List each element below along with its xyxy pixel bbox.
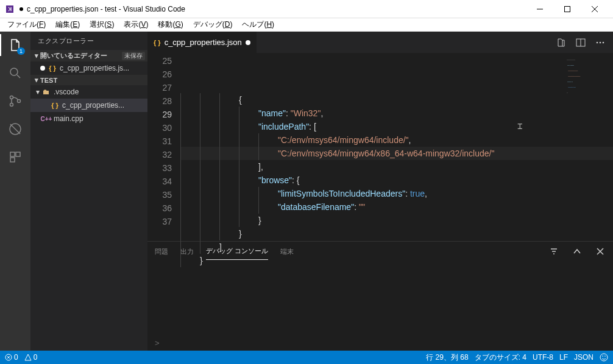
maximize-button[interactable] [553,1,581,18]
debug-console-input[interactable]: > [147,335,613,351]
panel-body [147,261,613,335]
status-eol[interactable]: LF [559,353,568,362]
svg-point-14 [600,354,608,361]
vscode-icon [5,4,15,14]
menu-f[interactable]: ファイル(F) [2,18,51,31]
svg-point-10 [597,41,598,43]
svg-point-12 [603,41,604,43]
item-label: main.cpp [54,114,83,123]
activitybar: 1 [0,32,30,351]
editor-body[interactable]: 25262728293031323334353637 ▬▬▬▬▬▬▬ ▬▬ ▬▬… [147,53,613,241]
menubar: ファイル(F)編集(E)選択(S)表示(V)移動(G)デバッグ(D)ヘルプ(H) [0,18,613,32]
tabs: { } c_cpp_properties.json [147,32,613,53]
close-button[interactable] [581,1,608,18]
braces-icon: { } [51,102,58,109]
smiley-icon [600,353,608,362]
status-errors[interactable]: 0 [5,353,18,362]
activity-search[interactable] [7,65,24,82]
dirty-dot [19,7,23,11]
text-cursor-icon: ⌶ [517,121,522,131]
menu-d[interactable]: デバッグ(D) [188,18,238,31]
tabs-actions [556,32,613,53]
menu-e[interactable]: 編集(E) [51,18,85,31]
workspace-header[interactable]: ▾ TEST [30,75,147,85]
panel-tab-0[interactable]: 問題 [155,243,168,260]
status-warnings[interactable]: 0 [24,353,38,362]
cpp-icon: C++ [41,116,52,122]
svg-point-1 [10,68,18,75]
minimize-button[interactable] [526,1,553,18]
item-label: c_cpp_properties... [62,101,124,110]
unsaved-tag: 未保存 [122,52,145,60]
folder-icon: 🖿 [41,88,51,96]
explorer-badge: 1 [17,47,25,55]
main: 1 エクスプローラー ▾ 開いているエディター 未保存 { }c_cpp_pro… [0,32,613,351]
line-gutter: 25262728293031323334353637 [147,53,180,241]
titlebar: c_cpp_properties.json - test - Visual St… [0,0,613,18]
statusbar: 0 0 行 29、列 68 タブのサイズ: 4 UTF-8 LF JSON [0,351,613,364]
activity-extensions[interactable] [7,149,24,166]
error-icon [5,354,12,361]
sidebar: エクスプローラー ▾ 開いているエディター 未保存 { }c_cpp_prope… [30,32,147,351]
svg-point-4 [18,100,21,103]
window-controls [526,1,608,18]
more-actions-icon[interactable] [595,37,606,48]
code-content[interactable]: ▬▬▬▬▬▬▬ ▬▬ ▬▬▬ ▬▬▬▬▬▬▬▬ ▬▬▬▬▬▬▬▬▬▬ ▬▬▬ ▬… [180,53,613,241]
activity-scm[interactable] [7,93,24,110]
braces-icon: { } [49,65,56,72]
chevron-down-icon: ▾ [33,76,40,84]
status-encoding[interactable]: UTF-8 [533,353,553,362]
sidebar-title: エクスプローラー [30,32,147,50]
folder-item[interactable]: ▾🖿.vscode [30,85,147,99]
file-name: c_cpp_properties.js... [60,64,129,72]
activity-debug[interactable] [7,121,24,138]
file-item[interactable]: C++main.cpp [30,112,147,125]
window-title: c_cpp_properties.json - test - Visual St… [27,5,526,13]
menu-s[interactable]: 選択(S) [85,18,119,31]
svg-point-15 [602,355,603,357]
chevron-down-icon: ▾ [34,88,41,96]
tab-c-cpp-properties[interactable]: { } c_cpp_properties.json [147,32,257,53]
svg-rect-7 [16,152,20,156]
status-lang[interactable]: JSON [574,353,594,362]
svg-point-2 [10,96,13,99]
svg-rect-0 [564,6,570,12]
svg-point-3 [10,103,13,107]
open-editor-item[interactable]: { }c_cpp_properties.js... [30,61,147,75]
open-editors-header[interactable]: ▾ 開いているエディター 未保存 [30,50,147,61]
status-tabsize[interactable]: タブのサイズ: 4 [475,352,526,363]
compare-changes-icon[interactable] [556,37,567,48]
menu-h[interactable]: ヘルプ(H) [237,18,279,31]
svg-rect-6 [10,152,15,156]
split-editor-icon[interactable] [575,37,586,48]
svg-point-11 [600,41,601,43]
item-label: .vscode [54,88,79,96]
chevron-down-icon: ▾ [33,52,40,60]
editor-area: { } c_cpp_properties.json 25262728293031… [147,32,613,351]
file-item[interactable]: { }c_cpp_properties... [30,99,147,112]
menu-v[interactable]: 表示(V) [119,18,153,31]
status-feedback[interactable] [600,353,608,362]
status-cursor[interactable]: 行 29、列 68 [426,352,468,363]
activity-explorer[interactable]: 1 [7,37,24,54]
modified-dot-icon [246,40,250,45]
svg-rect-8 [10,158,15,162]
braces-icon: { } [154,39,161,46]
tab-filename: c_cpp_properties.json [165,38,242,47]
svg-point-16 [604,355,606,357]
modified-dot-icon [40,66,45,71]
warning-icon [24,354,32,361]
menu-g[interactable]: 移動(G) [153,18,188,31]
